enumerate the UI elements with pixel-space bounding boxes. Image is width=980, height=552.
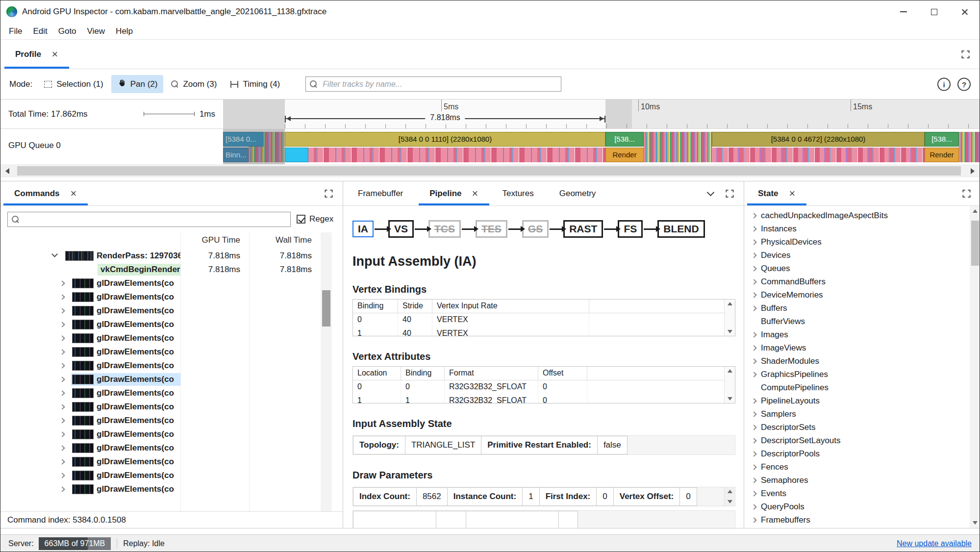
chevron-right-icon[interactable] [59,280,65,286]
timeline-ruler-track[interactable]: 7.818ms 5ms10ms15ms [223,100,980,128]
state-scrollbar[interactable] [970,206,980,528]
command-row-begin-renderpass[interactable]: vkCmdBeginRender7.818ms7.818ms [0,263,321,276]
mode-selection-button[interactable]: Selection (1) [38,76,109,93]
maximize-button[interactable] [919,0,949,23]
chevron-right-icon[interactable] [59,418,65,423]
chevron-right-icon[interactable] [59,376,65,382]
close-tab-icon[interactable] [472,191,478,197]
scroll-up-icon[interactable] [728,490,732,493]
stage-tcs[interactable]: TCS [428,220,461,238]
menu-view[interactable]: View [82,23,111,39]
timeline-slice-group[interactable] [644,132,712,162]
timeline-slice[interactable]: Render [925,148,959,162]
scroll-up-icon[interactable] [973,209,978,213]
chevron-right-icon[interactable] [751,239,756,245]
command-row-draw[interactable]: glDrawElements(co [0,386,321,400]
command-row-draw[interactable]: glDrawElements(co [0,359,321,373]
commands-search-field[interactable] [7,212,291,227]
state-item[interactable]: BufferViews [744,315,970,328]
menu-help[interactable]: Help [110,23,138,39]
scrollbar-thumb[interactable] [971,221,979,266]
command-row-renderpass[interactable]: RenderPass: 129703677.818ms7.818ms [0,249,321,263]
chevron-right-icon[interactable] [751,358,756,364]
chevron-right-icon[interactable] [59,431,65,437]
table-row[interactable]: 140VERTEX [353,327,735,336]
chevron-right-icon[interactable] [751,411,756,417]
chevron-right-icon[interactable] [751,451,756,456]
fullscreen-icon[interactable] [961,50,970,58]
stage-vs[interactable]: VS [388,220,414,238]
stage-ia[interactable]: IA [352,221,374,237]
command-row-draw[interactable]: glDrawElements(co [0,345,321,359]
state-item[interactable]: Samplers [744,407,970,421]
command-row-draw[interactable]: glDrawElements(co [0,482,321,496]
menu-edit[interactable]: Edit [27,23,52,39]
timeline-slice-group[interactable] [959,132,980,162]
table-row[interactable]: 11R32G32B32_SFLOAT0 [353,394,735,403]
chevron-right-icon[interactable] [59,390,65,396]
chevron-right-icon[interactable] [751,266,756,271]
tab-commands[interactable]: Commands [3,181,88,205]
state-item[interactable]: GraphicsPipelines [744,368,970,381]
state-item[interactable]: PipelineLayouts [744,394,970,407]
tab-geometry[interactable]: Geometry [547,181,609,205]
table-row[interactable]: 040VERTEX [353,313,735,327]
state-item[interactable]: Buffers [744,301,970,315]
menu-file[interactable]: File [3,23,27,39]
scroll-left-button[interactable] [0,164,14,177]
minimize-button[interactable] [888,0,919,23]
fullscreen-icon[interactable] [962,189,971,198]
regex-checkbox[interactable] [297,215,305,224]
timeline-slice[interactable]: [5384 0 0 1110] (2280x1080) [285,132,605,147]
info-icon[interactable]: i [937,77,951,91]
state-item[interactable]: DescriptorPools [744,447,970,460]
chevron-right-icon[interactable] [59,294,65,300]
command-row-draw[interactable]: glDrawElements(co [0,331,321,345]
fullscreen-icon[interactable] [726,190,734,198]
state-item[interactable]: QueryPools [744,500,970,513]
mode-zoom-button[interactable]: Zoom (3) [165,76,223,93]
state-item[interactable]: DescriptorSetLayouts [744,434,970,447]
timeline-slice[interactable]: [538... [925,132,959,147]
command-row-draw[interactable]: glDrawElements(co [0,427,321,441]
chevron-right-icon[interactable] [59,459,65,464]
chevron-right-icon[interactable] [59,486,65,492]
state-item[interactable]: DescriptorSets [744,421,970,434]
horizontal-scrollbar[interactable] [0,164,980,177]
mode-pan-button[interactable]: Pan (2) [111,75,164,93]
chevron-right-icon[interactable] [751,398,756,403]
regex-option[interactable]: Regex [297,214,333,224]
close-tab-icon[interactable] [51,51,57,57]
chevron-right-icon[interactable] [751,252,756,258]
table-scrollbar[interactable] [724,367,735,403]
filter-tracks-field[interactable] [305,76,561,92]
command-row-draw[interactable]: glDrawElements(co [0,469,321,482]
chevron-right-icon[interactable] [751,305,756,311]
chevron-right-icon[interactable] [751,504,756,509]
close-tab-icon[interactable] [70,191,76,197]
chevron-right-icon[interactable] [751,477,756,483]
command-row-draw[interactable]: glDrawElements(co [0,441,321,455]
gpu-queue-track[interactable]: [5384 0... Binn... [5384 0 0 1110] (2280… [0,129,980,164]
chevron-right-icon[interactable] [59,404,65,409]
scrollbar-thumb[interactable] [322,290,330,326]
state-item[interactable]: Devices [744,249,970,262]
timeline-slice-group[interactable] [308,148,605,162]
scroll-right-button[interactable] [966,164,980,177]
chevron-right-icon[interactable] [751,517,756,523]
command-row-draw[interactable]: glDrawElements(co [0,276,321,290]
band-scrollbar[interactable] [724,487,735,506]
chevron-right-icon[interactable] [751,226,756,231]
tab-pipeline[interactable]: Pipeline [419,181,489,205]
wall-time-column-header[interactable]: Wall Time [249,235,317,245]
chevron-right-icon[interactable] [751,292,756,298]
timeline-slice[interactable]: [538... [605,132,644,147]
tab-textures[interactable]: Textures [489,181,546,205]
command-row-draw[interactable]: glDrawElements(co [0,318,321,331]
command-row-draw[interactable]: glDrawElements(co [0,373,321,386]
state-item[interactable]: DeviceMemories [744,288,970,301]
command-row-draw[interactable]: glDrawElements(co [0,304,321,318]
gpu-time-column-header[interactable]: GPU Time [180,235,245,245]
stage-gs[interactable]: GS [522,220,549,238]
chevron-right-icon[interactable] [751,438,756,443]
